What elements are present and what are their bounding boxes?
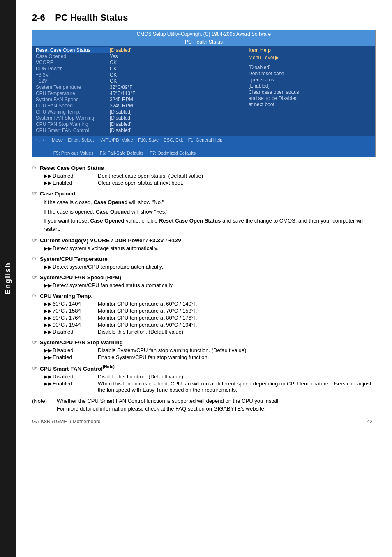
sub-row: ▶▶DisabledDisable this function. (Defaul… [44,329,376,335]
bios-item-value: OK [110,66,117,72]
bios-row: CPU FAN Stop Warning[Disabled] [36,121,242,127]
bios-item-name: CPU Warning Temp. [36,109,110,115]
section-title-text: Reset Case Open Status [40,165,104,171]
section-title-system-cpu-temp: ☞System/CPU Temperature [32,255,376,262]
bullet-icon: ▶▶ [44,381,53,393]
bios-help-title: Item Help [249,47,372,53]
sub-row: ▶▶70°C / 158°FMonitor CPU temperature at… [44,308,376,314]
bios-item-value: 45°C/113°F [110,91,135,96]
section-arrow-icon: ☞ [32,190,37,197]
bios-row: CPU Smart FAN Control[Disabled] [36,128,242,133]
section-title-system-cpu-fan-stop: ☞System/CPU FAN Stop Warning [32,339,376,346]
section-title-text: Case Opened [40,190,75,197]
bullet-icon: ▶▶ [44,308,53,314]
bios-item-name: +12V [36,78,110,84]
section-title-text: Current Voltage(V) VCORE / DDR Power / +… [40,237,182,244]
sub-desc: Disable this function. (Default value) [98,374,376,380]
bios-item-name: CPU FAN Speed [36,103,110,109]
note-line: For more detailed information please che… [57,406,265,412]
bottom-left: GA-K8N51GMF-9 Motherboard [32,419,101,425]
section-arrow-icon: ☞ [32,292,37,299]
sub-row: ▶▶90°C / 194°FMonitor CPU temperature at… [44,322,376,328]
sub-label: Enabled [53,381,98,393]
sub-desc: Monitor CPU temperature at 90°C / 194°F. [98,322,376,328]
section-current-voltage: ☞Current Voltage(V) VCORE / DDR Power / … [32,237,376,251]
bios-help-line: at next boot [249,102,372,107]
section-number: 2-6 [32,12,45,23]
bullet-icon: ▶▶ [44,329,53,335]
bios-row: DDR PowerOK [36,66,242,72]
sub-row: ▶▶Detect system/CPU fan speed status aut… [44,282,376,288]
bottom-bar: GA-K8N51GMF-9 Motherboard - 42 - [32,419,376,425]
sub-desc: Disable this function. (Default value) [98,329,376,335]
bullet-icon: ▶▶ [44,322,53,328]
sub-desc: Don't reset case open status. (Default v… [98,173,376,179]
section-title-text: System/CPU FAN Speed (RPM) [40,274,121,281]
section-system-cpu-fan-stop: ☞System/CPU FAN Stop Warning▶▶DisabledDi… [32,339,376,360]
sub-label: 90°C / 194°F [53,322,98,328]
bios-item-value: 32°C/89°F [110,84,133,90]
section-title-text: CPU Warning Temp. [40,293,92,299]
bios-footer: ↑↓→←: Move Enter: Select +/-/PU/PD: Valu… [32,136,375,157]
bios-item-name: Case Opened [36,53,110,59]
subsection-cpu-smart-fan: ▶▶DisabledDisable this function. (Defaul… [44,374,376,393]
sidebar-label: English [4,262,12,295]
bios-row: +12VOK [36,78,242,84]
section-title-system-cpu-fan-speed: ☞System/CPU FAN Speed (RPM) [32,274,376,281]
section-arrow-icon: ☞ [32,365,37,371]
section-arrow-icon: ☞ [32,274,37,281]
bios-item-value: [Disabled] [110,47,131,53]
bios-row: System FAN Stop Warning[Disabled] [36,115,242,121]
bios-help-line: [Enabled] [249,83,372,89]
sub-row: ▶▶Detect system/CPU temperature automati… [44,264,376,270]
section-note: (Note) [103,364,115,369]
footer-line1: ↑↓→←: Move Enter: Select +/-/PU/PD: Valu… [36,137,222,142]
bios-item-name: CPU Smart FAN Control [36,128,110,133]
sub-row: ▶▶EnabledWhen this function is enabled, … [44,381,376,393]
bios-subtitle: PC Health Status [32,38,375,46]
sidebar: English [0,0,16,557]
subsection-system-cpu-temp: ▶▶Detect system/CPU temperature automati… [44,264,376,270]
sub-row: ▶▶EnabledClear case open status at next … [44,180,376,186]
body-line: If you want to reset Case Opened value, … [44,217,376,233]
section-arrow-icon: ☞ [32,237,37,244]
sub-label: 60°C / 140°F [53,301,98,307]
bios-item-value: Yes [110,53,118,59]
bios-help-line: and set to be Disabled [249,95,372,101]
bios-item-value: [Disabled] [110,109,131,115]
sub-label: Disabled [53,347,98,353]
section-cpu-warning-temp: ☞CPU Warning Temp.▶▶60°C / 140°FMonitor … [32,292,376,335]
note-row: (Note) Whether the CPU Smart FAN Control… [32,397,376,413]
bullet-icon: ▶▶ [44,180,53,186]
sub-row: ▶▶DisabledDon't reset case open status. … [44,173,376,179]
section-title-reset-case: ☞Reset Case Open Status [32,165,376,171]
section-title-cpu-warning-temp: ☞CPU Warning Temp. [32,292,376,299]
sub-label: Disabled [53,173,98,179]
bios-item-name: DDR Power [36,66,110,72]
body-line: If the case is opened, Case Opened will … [44,208,376,216]
section-arrow-icon: ☞ [32,255,37,262]
sub-row: ▶▶60°C / 140°FMonitor CPU temperature at… [44,301,376,307]
bios-item-value: OK [110,78,117,84]
footer-line2: F5: Previous Values F6: Fail-Safe Defaul… [36,151,196,155]
subsection-cpu-warning-temp: ▶▶60°C / 140°FMonitor CPU temperature at… [44,301,376,335]
bios-item-value: 3245 RPM [110,97,133,102]
section-arrow-icon: ☞ [32,339,37,346]
bullet-icon: ▶▶ [44,301,53,307]
main-content: 2-6 PC Health Status CMOS Setup Utility-… [16,0,392,437]
section-title-current-voltage: ☞Current Voltage(V) VCORE / DDR Power / … [32,237,376,244]
bullet-icon: ▶▶ [44,374,53,380]
note-line: Whether the CPU Smart FAN Control functi… [57,398,280,404]
bios-row: +3.3VOK [36,72,242,78]
sub-desc: Detect system's voltage status automatic… [53,245,376,251]
bios-item-name: Reset Case Open Status [36,47,110,53]
sub-label: Disabled [53,329,98,335]
bios-row: Case OpenedYes [36,53,242,59]
sub-desc: Disable System/CPU fan stop warning func… [98,347,376,353]
section-system-cpu-fan-speed: ☞System/CPU FAN Speed (RPM)▶▶Detect syst… [32,274,376,288]
bios-left-panel: Reset Case Open Status[Disabled]Case Ope… [32,46,245,136]
section-title-cpu-smart-fan: ☞CPU Smart FAN Control(Note) [32,364,376,372]
bios-row: VCOREOK [36,60,242,65]
bios-item-name: System FAN Stop Warning [36,115,110,121]
subsection-reset-case: ▶▶DisabledDon't reset case open status. … [44,173,376,186]
